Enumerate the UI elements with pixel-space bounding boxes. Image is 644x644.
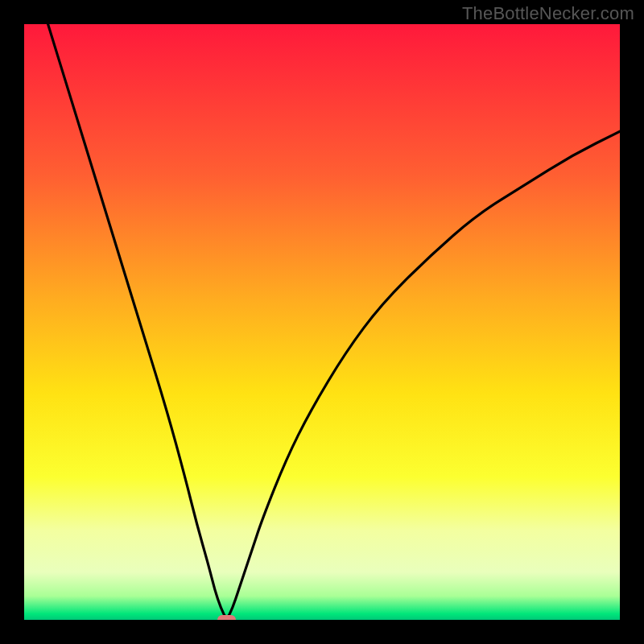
bottleneck-curve	[24, 24, 620, 620]
watermark-text: TheBottleNecker.com	[462, 3, 634, 24]
plot-area	[24, 24, 620, 620]
optimal-marker	[217, 615, 237, 620]
chart-stage: TheBottleNecker.com	[0, 0, 644, 644]
